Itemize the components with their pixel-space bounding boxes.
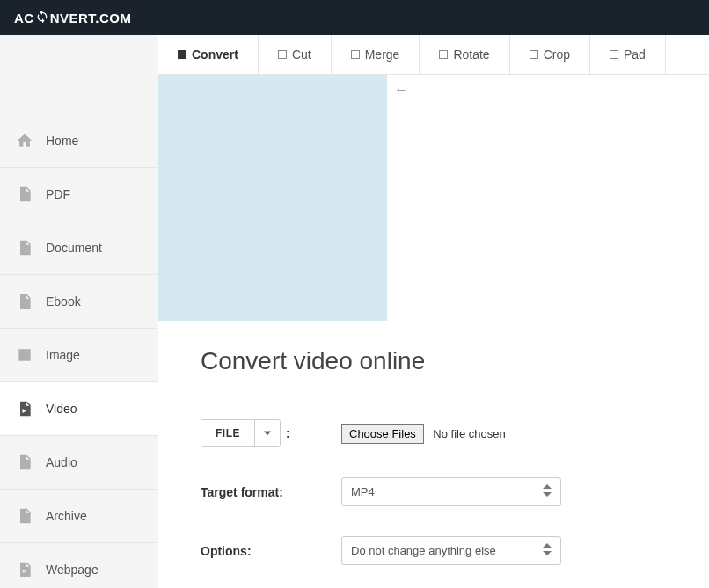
- checkbox-icon: [530, 50, 538, 59]
- sidebar-item-label: Video: [46, 402, 77, 416]
- sidebar-item-video[interactable]: Video: [0, 382, 158, 436]
- checkbox-icon: [178, 50, 186, 59]
- header: AC NVERT.COM: [0, 0, 709, 35]
- sidebar-item-label: Ebook: [46, 294, 81, 309]
- page-title: Convert video online: [201, 347, 674, 375]
- content: Convert video online FILE : Choose Files…: [158, 321, 709, 588]
- choose-files-button[interactable]: Choose Files: [341, 424, 424, 444]
- checkbox-icon: [351, 50, 360, 59]
- arrow-left-icon[interactable]: ←: [387, 75, 415, 321]
- sidebar-item-pdf[interactable]: PDF: [0, 168, 158, 221]
- main: Convert Cut Merge Rotate Crop Pad ← Conv…: [158, 35, 709, 588]
- colon: :: [286, 426, 290, 440]
- logo[interactable]: AC NVERT.COM: [14, 10, 132, 26]
- tab-pad[interactable]: Pad: [590, 35, 666, 74]
- ebook-icon: [16, 293, 33, 310]
- tab-convert[interactable]: Convert: [158, 35, 259, 74]
- file-source-text: FILE: [201, 420, 254, 446]
- sidebar-item-document[interactable]: Document: [0, 221, 158, 275]
- row-file: FILE : Choose Files No file chosen: [201, 419, 674, 447]
- sidebar: Home PDF Document Ebook Image Video Audi…: [0, 35, 158, 588]
- home-icon: [16, 132, 33, 149]
- checkbox-icon: [278, 50, 287, 59]
- checkbox-icon: [439, 50, 448, 59]
- file-source-dropdown[interactable]: FILE: [201, 419, 281, 447]
- ad-block: [158, 75, 387, 321]
- target-format-label: Target format:: [201, 485, 341, 499]
- tab-label: Rotate: [453, 47, 489, 62]
- tabs: Convert Cut Merge Rotate Crop Pad: [158, 35, 709, 75]
- options-value: Do not change anything else: [351, 544, 496, 557]
- audio-icon: [16, 454, 33, 471]
- target-format-select[interactable]: MP4: [341, 477, 561, 506]
- tab-cut[interactable]: Cut: [259, 35, 332, 74]
- refresh-icon: [35, 10, 49, 26]
- tab-crop[interactable]: Crop: [510, 35, 590, 74]
- tab-label: Cut: [292, 47, 311, 62]
- sidebar-item-label: Webpage: [46, 563, 99, 577]
- logo-text-right: NVERT.COM: [50, 11, 132, 25]
- document-icon: [16, 239, 33, 257]
- video-icon: [16, 400, 33, 417]
- target-format-value: MP4: [351, 485, 375, 498]
- options-label: Options:: [201, 544, 341, 558]
- sidebar-item-label: PDF: [46, 187, 70, 201]
- archive-icon: [16, 507, 33, 525]
- ad-row: ←: [158, 75, 709, 321]
- sidebar-item-label: Document: [46, 241, 102, 255]
- row-options: Options: Do not change anything else: [201, 536, 674, 565]
- webpage-icon: [16, 561, 33, 578]
- sidebar-item-image[interactable]: Image: [0, 329, 158, 382]
- file-status-text: No file chosen: [433, 427, 505, 440]
- sort-icon: [543, 484, 552, 499]
- sidebar-item-audio[interactable]: Audio: [0, 436, 158, 490]
- sidebar-item-label: Archive: [46, 509, 87, 523]
- tab-label: Pad: [624, 47, 646, 62]
- checkbox-icon: [610, 50, 618, 59]
- sidebar-item-label: Home: [46, 134, 78, 148]
- tab-label: Crop: [544, 47, 570, 62]
- tab-merge[interactable]: Merge: [332, 35, 420, 74]
- file-control: Choose Files No file chosen: [341, 424, 674, 444]
- tab-label: Merge: [365, 47, 400, 62]
- caret-down-icon: [254, 420, 280, 446]
- tab-label: Convert: [192, 47, 238, 62]
- options-select[interactable]: Do not change anything else: [341, 536, 561, 565]
- sidebar-item-ebook[interactable]: Ebook: [0, 275, 158, 329]
- sidebar-item-archive[interactable]: Archive: [0, 490, 158, 543]
- file-source-label: FILE :: [201, 419, 341, 447]
- pdf-icon: [16, 185, 33, 203]
- tab-rotate[interactable]: Rotate: [420, 35, 509, 74]
- sort-icon: [543, 543, 552, 558]
- sidebar-item-webpage[interactable]: Webpage: [0, 543, 158, 588]
- sidebar-item-label: Image: [46, 348, 80, 362]
- logo-text-left: AC: [14, 11, 34, 25]
- image-icon: [16, 346, 33, 364]
- sidebar-item-home[interactable]: Home: [0, 114, 158, 168]
- row-target-format: Target format: MP4: [201, 477, 674, 506]
- sidebar-item-label: Audio: [46, 455, 77, 469]
